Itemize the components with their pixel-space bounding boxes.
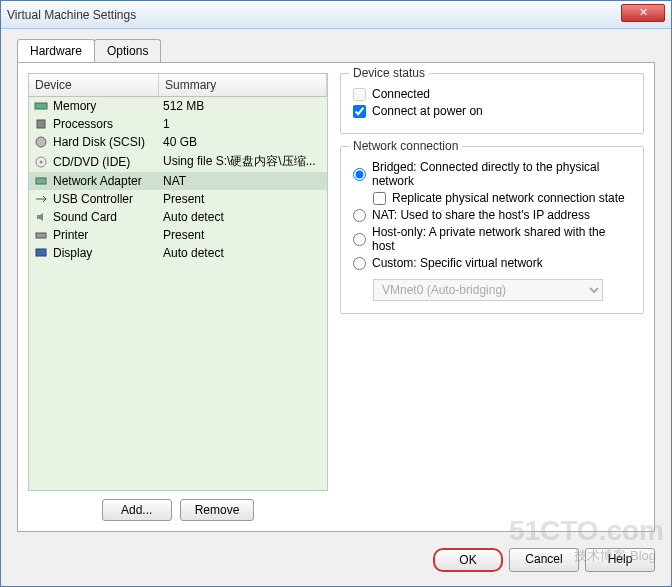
cell-device: Sound Card [53, 210, 163, 224]
tab-hardware[interactable]: Hardware [17, 39, 95, 62]
cpu-icon [33, 117, 49, 131]
cell-device: Network Adapter [53, 174, 163, 188]
hdd-icon [33, 135, 49, 149]
connected-input [353, 88, 366, 101]
tab-strip: Hardware Options [17, 39, 671, 62]
device-table: Device Summary Memory 512 MB Processors … [28, 73, 328, 491]
nat-radio[interactable]: NAT: Used to share the host's IP address [353, 208, 631, 222]
cell-summary: Present [163, 228, 323, 242]
cell-summary: Auto detect [163, 246, 323, 260]
nat-label: NAT: Used to share the host's IP address [372, 208, 590, 222]
device-detail-pane: Device status Connected Connect at power… [340, 73, 644, 521]
cell-device: CD/DVD (IDE) [53, 155, 163, 169]
row-sound[interactable]: Sound Card Auto detect [29, 208, 327, 226]
cell-device: Hard Disk (SCSI) [53, 135, 163, 149]
cell-summary: NAT [163, 174, 323, 188]
svg-rect-1 [37, 120, 45, 128]
row-processors[interactable]: Processors 1 [29, 115, 327, 133]
col-summary[interactable]: Summary [159, 74, 327, 96]
close-button[interactable]: ✕ [621, 4, 665, 22]
connect-poweron-checkbox[interactable]: Connect at power on [353, 104, 631, 118]
help-button[interactable]: Help [585, 548, 655, 572]
table-header: Device Summary [29, 74, 327, 97]
col-device[interactable]: Device [29, 74, 159, 96]
hardware-panel: Device Summary Memory 512 MB Processors … [17, 62, 655, 532]
cd-icon [33, 155, 49, 169]
row-harddisk[interactable]: Hard Disk (SCSI) 40 GB [29, 133, 327, 151]
table-body: Memory 512 MB Processors 1 Hard Disk (SC… [29, 97, 327, 262]
cancel-button[interactable]: Cancel [509, 548, 579, 572]
row-network[interactable]: Network Adapter NAT [29, 172, 327, 190]
display-icon [33, 246, 49, 260]
custom-input[interactable] [353, 257, 366, 270]
remove-button[interactable]: Remove [180, 499, 255, 521]
device-status-legend: Device status [349, 66, 429, 80]
svg-rect-6 [36, 233, 46, 238]
row-cddvd[interactable]: CD/DVD (IDE) Using file S:\硬盘内容\压缩... [29, 151, 327, 172]
connect-poweron-input[interactable] [353, 105, 366, 118]
custom-label: Custom: Specific virtual network [372, 256, 543, 270]
connected-checkbox[interactable]: Connected [353, 87, 631, 101]
cell-summary: 512 MB [163, 99, 323, 113]
svg-rect-7 [36, 249, 46, 256]
hostonly-label: Host-only: A private network shared with… [372, 225, 631, 253]
network-legend: Network connection [349, 139, 462, 153]
settings-window: Virtual Machine Settings ✕ Hardware Opti… [0, 0, 672, 587]
window-title: Virtual Machine Settings [7, 8, 136, 22]
nat-input[interactable] [353, 209, 366, 222]
cell-summary: Present [163, 192, 323, 206]
network-icon [33, 174, 49, 188]
titlebar: Virtual Machine Settings ✕ [1, 1, 671, 29]
device-status-group: Device status Connected Connect at power… [340, 73, 644, 134]
bridged-label: Bridged: Connected directly to the physi… [372, 160, 631, 188]
svg-point-2 [36, 137, 46, 147]
replicate-input[interactable] [373, 192, 386, 205]
replicate-label: Replicate physical network connection st… [392, 191, 625, 205]
replicate-checkbox[interactable]: Replicate physical network connection st… [373, 191, 631, 205]
row-memory[interactable]: Memory 512 MB [29, 97, 327, 115]
svg-point-4 [40, 160, 43, 163]
cell-summary: Auto detect [163, 210, 323, 224]
cell-summary: Using file S:\硬盘内容\压缩... [163, 153, 323, 170]
tab-options[interactable]: Options [94, 39, 161, 62]
bridged-input[interactable] [353, 168, 366, 181]
custom-radio[interactable]: Custom: Specific virtual network [353, 256, 631, 270]
svg-rect-0 [35, 103, 47, 109]
printer-icon [33, 228, 49, 242]
cell-summary: 40 GB [163, 135, 323, 149]
cell-device: Display [53, 246, 163, 260]
row-printer[interactable]: Printer Present [29, 226, 327, 244]
cell-device: Processors [53, 117, 163, 131]
hostonly-radio[interactable]: Host-only: A private network shared with… [353, 225, 631, 253]
connect-poweron-label: Connect at power on [372, 104, 483, 118]
memory-icon [33, 99, 49, 113]
usb-icon [33, 192, 49, 206]
bridged-radio[interactable]: Bridged: Connected directly to the physi… [353, 160, 631, 188]
svg-rect-5 [36, 178, 46, 184]
cell-device: USB Controller [53, 192, 163, 206]
cell-device: Memory [53, 99, 163, 113]
device-buttons: Add... Remove [28, 499, 328, 521]
hostonly-input[interactable] [353, 233, 366, 246]
vmnet-combo: VMnet0 (Auto-bridging) [373, 279, 603, 301]
network-connection-group: Network connection Bridged: Connected di… [340, 146, 644, 314]
row-usb[interactable]: USB Controller Present [29, 190, 327, 208]
cell-summary: 1 [163, 117, 323, 131]
dialog-footer: OK Cancel Help [1, 540, 671, 586]
row-display[interactable]: Display Auto detect [29, 244, 327, 262]
cell-device: Printer [53, 228, 163, 242]
ok-button[interactable]: OK [433, 548, 503, 572]
add-button[interactable]: Add... [102, 499, 172, 521]
device-list-pane: Device Summary Memory 512 MB Processors … [28, 73, 328, 521]
connected-label: Connected [372, 87, 430, 101]
sound-icon [33, 210, 49, 224]
